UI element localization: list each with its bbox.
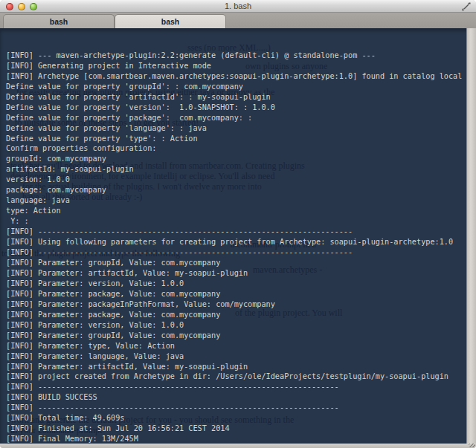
terminal-line: Define value for property 'language': : … [6,123,476,134]
scrollbar[interactable] [466,28,476,444]
terminal[interactable]: sses (no more XML....)own plugins so any… [0,28,476,444]
tab-bash-2[interactable]: bash [115,14,226,28]
terminal-text: [INFO] --- maven-archetype-plugin:2.2:ge… [0,28,476,444]
terminal-line: [INFO] Using following parameters for cr… [6,237,476,247]
tab-bash-1[interactable]: bash [3,14,115,28]
terminal-line: Confirm properties configuration: [6,143,476,154]
terminal-line: [INFO] Generating project in Interactive… [6,61,476,71]
terminal-window: 1. bash bash bash sses (no more XML....)… [0,0,476,448]
terminal-line: Define value for property 'version': 1.0… [6,103,476,113]
terminal-line: [INFO] Parameter: artifactId, Value: my-… [6,268,476,279]
tab-label: bash [50,17,68,26]
terminal-line: language: java [6,195,476,206]
terminal-line: Define value for property 'artifactId': … [6,92,476,103]
terminal-line: [INFO] Parameter: package, Value: com.my… [6,310,476,320]
resize-arrows-icon [461,1,472,12]
terminal-line: [INFO] BUILD SUCCESS [6,392,476,403]
terminal-line: [INFO] Finished at: Sun Jul 20 16:56:21 … [6,423,476,434]
terminal-line: version: 1.0.0 [6,175,476,185]
terminal-line: [INFO] --- maven-archetype-plugin:2.2:ge… [6,51,476,61]
terminal-line: [INFO] Parameter: groupId, Value: com.my… [6,258,476,268]
terminal-lines: [INFO] --- maven-archetype-plugin:2.2:ge… [6,51,476,444]
terminal-line: [INFO] Final Memory: 13M/245M [6,434,476,444]
terminal-line: artifactId: my-soapui-plugin [6,164,476,175]
fullscreen-button[interactable] [461,1,472,12]
terminal-line: Define value for property 'groupId': : c… [6,82,476,92]
terminal-line: package: com.mycompany [6,185,476,195]
bottom-frame [0,444,476,448]
terminal-line: type: Action [6,206,476,216]
terminal-line: [INFO] ---------------------------------… [6,403,476,413]
terminal-line: [INFO] ---------------------------------… [6,247,476,258]
terminal-line: [INFO] Parameter: package, Value: com.my… [6,289,476,299]
titlebar[interactable]: 1. bash [0,0,476,13]
terminal-line: [INFO] Parameter: packageInPathFormat, V… [6,299,476,310]
terminal-line: [INFO] project created from Archetype in… [6,371,476,382]
terminal-line: [INFO] Parameter: type, Value: Action [6,341,476,351]
terminal-line: Define value for property 'type': : Acti… [6,134,476,144]
terminal-line: [INFO] ---------------------------------… [6,227,476,237]
terminal-line: [INFO] Parameter: artifactId, Value: my-… [6,362,476,372]
terminal-line: Y: : [6,216,476,227]
tab-label: bash [161,17,180,26]
resize-grip[interactable] [469,444,475,447]
terminal-line: [INFO] Total time: 49.609s [6,413,476,423]
terminal-line: [INFO] Parameter: version, Value: 1.0.0 [6,279,476,289]
terminal-line: [INFO] ---------------------------------… [6,382,476,392]
terminal-line: groupId: com.mycompany [6,154,476,164]
terminal-line: [INFO] Parameter: language, Value: java [6,351,476,362]
terminal-line: [INFO] Parameter: version, Value: 1.0.0 [6,320,476,331]
window-title: 1. bash [0,1,476,10]
terminal-line: [INFO] Archetype [com.smartbear.maven.ar… [6,71,476,82]
terminal-line: [INFO] Parameter: groupId, Value: com.my… [6,331,476,341]
terminal-line: Define value for property 'package': com… [6,113,476,123]
tabbar: bash bash [0,13,476,28]
